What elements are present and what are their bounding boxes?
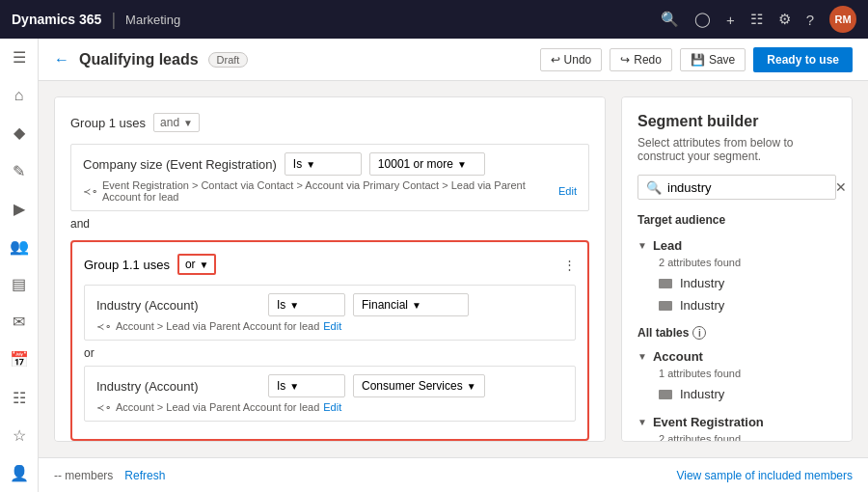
draft-badge: Draft [208, 52, 249, 68]
menu-icon[interactable]: ☰ [4, 46, 35, 68]
content-area: Group 1 uses and ▼ Company size (Event R… [39, 81, 868, 457]
condition3-field: Industry (Account) [96, 379, 260, 394]
condition1-main: Company size (Event Registration) Is ▼ 1… [83, 152, 577, 176]
account-industry-label: Industry [680, 387, 724, 401]
account-industry-attr[interactable]: Industry [637, 383, 836, 405]
header-actions: ↩ Undo ↪ Redo 💾 Save Ready to use [540, 47, 853, 72]
condition1-operator-value: Is [293, 157, 302, 171]
members-count: -- members [54, 469, 113, 482]
condition1-edit-link[interactable]: Edit [558, 185, 577, 197]
chevron-down-icon: ▼ [412, 300, 421, 311]
condition3-value-dropdown[interactable]: Consumer Services ▼ [353, 374, 485, 397]
condition1-path-text: Event Registration > Contact via Contact… [102, 179, 555, 203]
condition2-row: Industry (Account) Is ▼ Financial ▼ [84, 285, 576, 341]
search-icon: 🔍 [646, 180, 662, 195]
condition1-row: Company size (Event Registration) Is ▼ 1… [70, 144, 589, 211]
account-group-toggle[interactable]: ▼ Account [637, 345, 836, 368]
account-group-label: Account [653, 349, 703, 364]
condition3-operator-dropdown[interactable]: Is ▼ [268, 374, 345, 397]
all-tables-label: All tables i [637, 326, 836, 340]
people-icon[interactable]: 👥 [4, 235, 35, 258]
search-input[interactable] [667, 180, 829, 195]
chevron-down-icon: ▼ [637, 351, 647, 362]
target-audience-label: Target audience [637, 213, 836, 227]
pin-icon[interactable]: ✎ [4, 160, 35, 182]
avatar[interactable]: RM [829, 6, 856, 33]
lead-found-count: 2 attributes found [659, 257, 836, 268]
lead-group-toggle[interactable]: ▼ Lead [637, 234, 836, 257]
info-icon[interactable]: i [692, 326, 706, 340]
chevron-down-icon: ▼ [467, 381, 476, 392]
lead-group-section: ▼ Lead 2 attributes found Industry Indus… [637, 234, 836, 316]
main-content-area: ← Qualifying leads Draft ↩ Undo ↪ Redo 💾… [39, 39, 868, 492]
group1-operator-dropdown[interactable]: and ▼ [153, 113, 200, 132]
lead-industry-attr2[interactable]: Industry [637, 294, 836, 316]
back-button[interactable]: ← [54, 51, 69, 68]
calendar-icon[interactable]: 📅 [4, 348, 35, 370]
search-box[interactable]: 🔍 ✕ [637, 175, 836, 200]
condition2-main: Industry (Account) Is ▼ Financial ▼ [96, 293, 563, 316]
plus-icon[interactable]: + [726, 12, 735, 28]
refresh-button[interactable]: Refresh [124, 469, 165, 482]
condition1-operator-dropdown[interactable]: Is ▼ [285, 152, 362, 176]
home-icon[interactable]: ⌂ [4, 84, 35, 106]
nav-icons: 🔍 ◯ + ☷ ⚙ ? RM [661, 6, 856, 33]
and-connector: and [70, 217, 589, 231]
chevron-down-icon: ▼ [306, 159, 315, 170]
person-icon[interactable]: 👤 [4, 462, 35, 484]
chart-icon[interactable]: ▤ [4, 273, 35, 295]
chevron-down-icon: ▼ [637, 240, 647, 251]
event-registration-group-label: Event Registration [653, 415, 764, 429]
settings-icon[interactable]: ⚙ [778, 11, 791, 28]
redo-icon: ↪ [620, 53, 630, 67]
condition1-value-dropdown[interactable]: 10001 or more ▼ [369, 152, 485, 176]
ready-to-use-button[interactable]: Ready to use [753, 47, 853, 72]
condition1-field: Company size (Event Registration) [83, 157, 277, 172]
condition3-main: Industry (Account) Is ▼ Consumer Service… [96, 374, 563, 397]
subgroup-operator-dropdown[interactable]: or ▼ [177, 254, 217, 275]
subgroup1-uses-label: Group 1.1 uses [84, 258, 170, 272]
lead-industry-attr1[interactable]: Industry [637, 272, 836, 294]
condition2-path: ≺⚬ Account > Lead via Parent Account for… [96, 320, 563, 332]
redo-button[interactable]: ↪ Redo [610, 48, 672, 71]
undo-button[interactable]: ↩ Undo [540, 48, 603, 71]
path-icon: ≺⚬ [96, 402, 112, 413]
save-label: Save [709, 53, 735, 67]
lead-industry-label1: Industry [680, 276, 724, 290]
condition3-row: Industry (Account) Is ▼ Consumer Service… [84, 366, 576, 422]
attr-icon [659, 301, 672, 311]
header-bar: ← Qualifying leads Draft ↩ Undo ↪ Redo 💾… [39, 39, 868, 81]
app-title: Dynamics 365 [12, 12, 101, 27]
lead-industry-label2: Industry [680, 298, 724, 313]
group1-uses-label: Group 1 uses [70, 116, 146, 130]
filter-icon[interactable]: ☷ [750, 11, 763, 28]
clock-icon[interactable]: ◆ [4, 122, 35, 144]
path-icon: ≺⚬ [96, 321, 112, 332]
play-icon[interactable]: ▶ [4, 198, 35, 220]
condition2-operator-value: Is [277, 298, 285, 312]
chevron-down-icon: ▼ [637, 417, 647, 427]
condition2-operator-dropdown[interactable]: Is ▼ [268, 293, 345, 316]
bell-icon[interactable]: ◯ [694, 11, 711, 28]
list-icon[interactable]: ☷ [4, 387, 35, 409]
account-group-section: ▼ Account 1 attributes found Industry [637, 345, 836, 405]
all-tables-text: All tables [637, 326, 689, 340]
attr-icon [659, 279, 672, 288]
view-sample-link[interactable]: View sample of included members [676, 469, 853, 482]
help-icon[interactable]: ? [806, 12, 814, 28]
or-connector: or [84, 346, 576, 360]
event-registration-group-toggle[interactable]: ▼ Event Registration [637, 411, 836, 433]
condition3-edit-link[interactable]: Edit [323, 401, 341, 413]
condition2-value-dropdown[interactable]: Financial ▼ [353, 293, 469, 316]
star-icon[interactable]: ☆ [4, 424, 35, 447]
footer-bar: -- members Refresh View sample of includ… [39, 457, 868, 492]
save-button[interactable]: 💾 Save [680, 48, 746, 71]
event-found-count: 2 attributes found [659, 433, 836, 442]
segment-builder-panel: Segment builder Select attributes from b… [621, 96, 853, 442]
mail-icon[interactable]: ✉ [4, 311, 35, 333]
condition2-edit-link[interactable]: Edit [323, 320, 341, 332]
chevron-down-icon: ▼ [183, 118, 193, 128]
kebab-menu-icon[interactable]: ⋮ [563, 258, 576, 272]
clear-search-icon[interactable]: ✕ [835, 179, 847, 195]
search-icon[interactable]: 🔍 [661, 11, 679, 28]
